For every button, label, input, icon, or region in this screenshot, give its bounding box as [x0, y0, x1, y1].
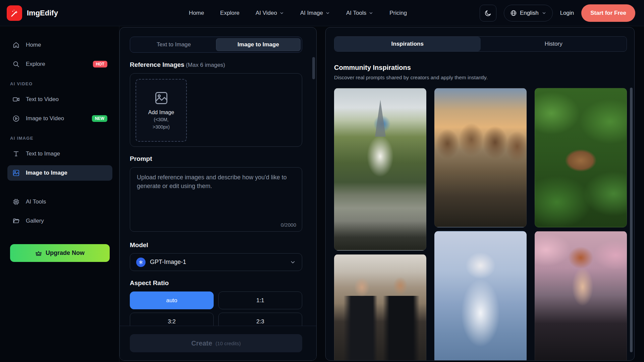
start-for-free-button[interactable]: Start for Free [581, 4, 635, 22]
video-camera-icon [12, 96, 20, 103]
aspect-option-3-2[interactable]: 3:2 [130, 313, 214, 326]
inspiration-column [535, 88, 627, 361]
prompt-label: Prompt [130, 155, 302, 163]
sidebar-item-image-to-video[interactable]: Image to Video NEW [7, 111, 112, 126]
create-button[interactable]: Create (10 credits) [130, 334, 302, 352]
sidebar-text-to-image-label: Text to Image [26, 150, 60, 157]
new-badge: NEW [92, 115, 107, 122]
reference-images-label: Reference Images [130, 61, 184, 68]
aspect-option-1-1[interactable]: 1:1 [218, 291, 302, 309]
character-counter: 0/2000 [281, 222, 296, 228]
prompt-field-wrap: 0/2000 [130, 167, 302, 233]
nav-ai-tools[interactable]: AI Tools [346, 10, 373, 16]
tab-image-to-image[interactable]: Image to Image [216, 38, 301, 51]
nav-explore-label: Explore [220, 10, 239, 16]
image-placeholder-icon [154, 91, 169, 105]
tab-history[interactable]: History [481, 37, 627, 51]
inspiration-tabs: Inspirations History [334, 36, 627, 52]
inspiration-column [434, 88, 527, 361]
inspiration-panel: Inspirations History Community Inspirati… [325, 27, 635, 361]
app-logo-icon [7, 5, 22, 21]
reference-images-section: Reference Images (Max 6 images) Add Imag… [130, 61, 302, 147]
generator-mode-tabs: Text to Image Image to Image [130, 37, 302, 53]
chevron-down-icon [325, 11, 330, 15]
aspect-option-auto[interactable]: auto [130, 291, 214, 309]
inspiration-card[interactable] [434, 231, 527, 361]
chevron-down-icon [279, 11, 284, 15]
model-select[interactable]: GPT-Image-1 [130, 253, 302, 271]
generator-footer: Create (10 credits) [120, 326, 316, 360]
add-image-constraint-1: (<30M, [154, 117, 169, 123]
sidebar-home-label: Home [26, 42, 41, 48]
inspiration-card[interactable] [434, 88, 527, 227]
model-label: Model [130, 241, 302, 249]
reference-images-hint: (Max 6 images) [186, 62, 225, 68]
prompt-section: Prompt 0/2000 [130, 155, 302, 233]
create-button-label: Create [191, 340, 212, 347]
add-image-constraint-2: >300px) [153, 124, 170, 130]
nav-ai-image[interactable]: AI Image [300, 10, 330, 16]
model-section: Model GPT-Image-1 [130, 241, 302, 271]
content-area: Text to Image Image to Image Reference I… [119, 26, 644, 362]
image-icon [12, 169, 20, 177]
search-icon [12, 60, 20, 68]
create-button-credits: (10 credits) [216, 341, 241, 346]
prompt-input[interactable] [130, 167, 302, 232]
chevron-down-icon [369, 11, 373, 15]
chevron-down-icon [542, 11, 546, 15]
brand-name: ImgEdify [27, 9, 58, 17]
language-label: English [520, 10, 539, 16]
aspect-ratio-section: Aspect Ratio auto 1:1 3:2 2:3 [130, 279, 302, 326]
sidebar-item-image-to-image[interactable]: Image to Image [7, 165, 112, 181]
theme-toggle-button[interactable] [480, 5, 496, 21]
nav-ai-video[interactable]: AI Video [256, 10, 284, 16]
openai-logo-icon [136, 258, 146, 267]
sidebar-item-text-to-video[interactable]: Text to Video [7, 92, 112, 107]
model-selected-value: GPT-Image-1 [150, 259, 186, 266]
home-icon [12, 41, 20, 49]
aspect-ratio-options: auto 1:1 3:2 2:3 [130, 291, 302, 326]
nav-home-label: Home [189, 10, 204, 16]
nav-explore[interactable]: Explore [220, 10, 239, 16]
tab-text-to-image[interactable]: Text to Image [131, 38, 216, 51]
globe-icon [510, 10, 517, 16]
folder-icon [12, 217, 20, 225]
nav-home[interactable]: Home [189, 10, 204, 16]
scrollbar-thumb[interactable] [312, 57, 315, 79]
sidebar-item-home[interactable]: Home [7, 37, 112, 53]
language-selector[interactable]: English [504, 5, 553, 21]
inspiration-card[interactable] [535, 88, 627, 227]
sidebar-item-ai-tools[interactable]: AI Tools [7, 194, 112, 210]
upgrade-now-button[interactable]: Upgrade Now [10, 244, 110, 262]
sidebar-gallery-label: Gallery [26, 218, 44, 224]
add-image-label: Add Image [148, 109, 174, 116]
add-image-button[interactable]: Add Image (<30M, >300px) [136, 79, 187, 142]
nav-pricing[interactable]: Pricing [389, 10, 407, 16]
inspiration-card[interactable] [535, 231, 627, 361]
tab-inspirations[interactable]: Inspirations [334, 37, 481, 51]
aspect-option-2-3[interactable]: 2:3 [218, 313, 302, 326]
community-inspirations-subtitle: Discover real prompts shared by creators… [334, 75, 627, 81]
moon-icon [484, 9, 492, 17]
nav-ai-video-label: AI Video [256, 10, 277, 16]
brand[interactable]: ImgEdify [7, 5, 58, 21]
sidebar-item-text-to-image[interactable]: Text to Image [7, 146, 112, 162]
sidebar-section-ai-image: AI IMAGE [10, 136, 112, 141]
sidebar-item-gallery[interactable]: Gallery [7, 213, 112, 229]
sidebar-image-to-video-label: Image to Video [26, 115, 64, 122]
play-circle-icon [12, 115, 20, 122]
inspiration-card[interactable] [334, 254, 426, 361]
inspiration-card[interactable] [334, 88, 426, 251]
scrollbar-thumb[interactable] [630, 88, 633, 352]
top-navigation: Home Explore AI Video AI Image AI Tools … [189, 0, 407, 26]
nav-ai-image-label: AI Image [300, 10, 323, 16]
crown-icon [35, 250, 42, 257]
sidebar-item-explore[interactable]: Explore HOT [7, 56, 112, 72]
hot-badge: HOT [93, 61, 107, 67]
login-link[interactable]: Login [560, 10, 574, 16]
generator-scroll-area: Text to Image Image to Image Reference I… [120, 28, 316, 326]
main-layout: Home Explore HOT AI VIDEO Text to Video … [0, 26, 644, 362]
sidebar-section-ai-video: AI VIDEO [10, 81, 112, 86]
chip-icon [12, 198, 20, 206]
aspect-ratio-label: Aspect Ratio [130, 279, 302, 287]
